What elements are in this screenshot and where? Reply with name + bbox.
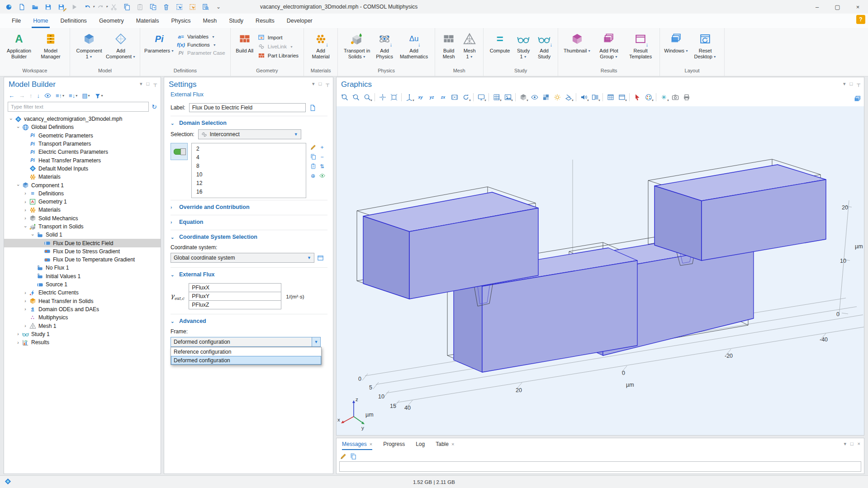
- menu-home[interactable]: Home: [33, 14, 48, 28]
- close-tab-icon[interactable]: ×: [451, 441, 454, 447]
- minimize-button[interactable]: –: [807, 0, 827, 14]
- section-coordinate-system-selection[interactable]: ⌄Coordinate System Selection: [171, 230, 327, 243]
- tree-item-heat-transfer-in-solids[interactable]: ›Heat Transfer in Solids: [4, 297, 161, 305]
- functions-button[interactable]: f(x)Functions▼: [177, 42, 225, 47]
- toolbar-overflow-icon[interactable]: ⌄: [214, 3, 223, 11]
- tree-item-mesh-1[interactable]: ›Mesh 1: [4, 322, 161, 330]
- section-external-flux[interactable]: ⌄External Flux: [171, 267, 327, 281]
- duplicate-icon[interactable]: [149, 3, 157, 11]
- tree-item-default-model-inputs[interactable]: Default Model Inputs: [4, 165, 161, 173]
- tree-item-solid-1[interactable]: ›Solid 1: [4, 231, 161, 239]
- tab-messages[interactable]: Messages×: [342, 438, 372, 450]
- model-manager-button[interactable]: Model Manager: [35, 31, 66, 59]
- clip-plane-icon[interactable]: ▼: [563, 92, 574, 102]
- tree-item-no-flux-1[interactable]: No Flux 1: [4, 264, 161, 272]
- label-input[interactable]: Flux Due to Electric Field: [189, 103, 306, 112]
- tree-item-definitions[interactable]: ›≡Definitions: [4, 190, 161, 198]
- flux-z-input[interactable]: PFluxZ: [189, 300, 281, 309]
- domain-list-item[interactable]: 16: [192, 187, 306, 196]
- frame-option-deformed[interactable]: Deformed configuration: [171, 356, 321, 365]
- save-as-icon[interactable]: [57, 3, 65, 11]
- build-all-button[interactable]: Build All: [234, 31, 255, 54]
- go-to-default-view-icon[interactable]: [377, 92, 388, 102]
- select-box-icon[interactable]: [175, 3, 183, 11]
- create-coordinate-system-icon[interactable]: [317, 255, 324, 261]
- expand-tree-icon[interactable]: ≡↑▾: [56, 92, 64, 99]
- compute-button[interactable]: = Compute: [487, 31, 512, 54]
- close-tab-icon[interactable]: ×: [370, 441, 372, 447]
- tree-item-flux-due-to-stress-gradient[interactable]: Flux Due to Stress Gradient: [4, 247, 161, 256]
- add-material-button[interactable]: ↓ Add Material: [308, 31, 334, 59]
- tree-item-multiphysics[interactable]: ∴Multiphysics: [4, 313, 161, 322]
- selection-visibility-icon[interactable]: [318, 171, 326, 180]
- panel-float-icon[interactable]: □: [850, 81, 853, 87]
- add-mathematics-button[interactable]: Δu↓ Add Mathematics: [397, 31, 431, 59]
- tab-progress[interactable]: Progress: [383, 438, 405, 450]
- frame-option-reference[interactable]: Reference configuration: [171, 347, 321, 356]
- application-builder-button[interactable]: A Application Builder: [4, 31, 34, 59]
- view-yz-icon[interactable]: yz: [427, 92, 437, 102]
- parameters-button[interactable]: Pi Parameters▼: [144, 31, 175, 54]
- thumbnail-button[interactable]: Thumbnail▼: [562, 31, 593, 54]
- graphics-scene[interactable]: 20 10 0 µm -40 -20 0 µm 20 40 0 5 10 15 …: [337, 106, 864, 435]
- create-selection-icon[interactable]: [309, 143, 317, 152]
- print-icon[interactable]: [681, 92, 692, 102]
- tree-item-root[interactable]: ›vacancy_electromigration_3Dmodel.mph: [4, 115, 161, 123]
- part-libraries-button[interactable]: Part Libraries: [257, 52, 299, 59]
- panel-pin-icon[interactable]: ┬: [857, 81, 860, 87]
- run-icon[interactable]: [70, 3, 78, 11]
- section-equation[interactable]: ›Equation: [171, 215, 327, 228]
- paste-icon[interactable]: [136, 3, 144, 11]
- menu-file[interactable]: File: [12, 14, 21, 28]
- coordinate-system-dropdown[interactable]: Global coordinate system ▼: [171, 253, 314, 263]
- panel-float-icon[interactable]: □: [147, 81, 150, 87]
- plot-regenerate-icon[interactable]: ✳▼: [659, 92, 669, 102]
- paste-selection-icon[interactable]: [309, 162, 317, 171]
- flux-x-input[interactable]: PFluxX: [189, 283, 281, 292]
- panel-float-icon[interactable]: □: [319, 81, 322, 87]
- zoom-extents-icon[interactable]: [389, 92, 399, 102]
- transparency-icon[interactable]: [541, 92, 551, 102]
- add-physics-button[interactable]: ↓ Add Physics: [373, 31, 396, 59]
- tree-item-component-1[interactable]: ›Component 1: [4, 181, 161, 189]
- collapse-tree-icon[interactable]: ≡↓▾: [69, 92, 77, 99]
- tree-item-domain-odes-and-daes[interactable]: ›ddtDomain ODEs and DAEs: [4, 305, 161, 313]
- swap-selection-icon[interactable]: ⇅: [318, 162, 326, 171]
- copy-selection-icon[interactable]: [309, 152, 317, 161]
- remove-from-selection-icon[interactable]: −: [318, 152, 326, 161]
- view-menu-icon[interactable]: ▼: [476, 92, 486, 102]
- menu-materials[interactable]: Materials: [136, 14, 159, 28]
- clear-selection-icon[interactable]: [188, 3, 196, 11]
- domain-list-item[interactable]: 2: [192, 144, 306, 153]
- delete-icon[interactable]: [162, 3, 170, 11]
- result-templates-button[interactable]: ↓ Result Templates: [625, 31, 656, 59]
- grid-settings-icon[interactable]: ▼: [491, 92, 502, 102]
- label-options-icon[interactable]: [309, 104, 316, 111]
- scene-appearance-icon[interactable]: ▼: [518, 92, 528, 102]
- panel-float-icon[interactable]: □: [850, 441, 854, 447]
- tree-item-global-definitions[interactable]: ›Global Definitions: [4, 123, 161, 131]
- undo-icon[interactable]: ▾: [83, 3, 91, 11]
- add-plot-group-button[interactable]: Add Plot Group▼: [593, 31, 624, 60]
- section-override-and-contribution[interactable]: ›Override and Contribution: [171, 200, 327, 213]
- domain-list-item[interactable]: 4: [192, 153, 306, 161]
- zoom-in-icon[interactable]: +: [339, 92, 350, 102]
- import-button[interactable]: Import: [257, 34, 299, 41]
- copy-messages-icon[interactable]: [350, 453, 356, 460]
- tree-item-study-1[interactable]: ›Study 1: [4, 330, 161, 338]
- add-component-button[interactable]: Add Component▼: [105, 31, 136, 60]
- redo-icon[interactable]: ▾: [96, 3, 104, 11]
- show-icon[interactable]: [44, 92, 51, 99]
- tree-item-source-1[interactable]: Source 1: [4, 280, 161, 289]
- menu-developer[interactable]: Developer: [287, 14, 313, 28]
- menu-definitions[interactable]: Definitions: [61, 14, 87, 28]
- tree-item-transport-in-solids[interactable]: ›Transport in Solids: [4, 223, 161, 231]
- messages-content[interactable]: [339, 461, 861, 472]
- plot-window-icon[interactable]: [605, 92, 616, 102]
- menu-physics[interactable]: Physics: [171, 14, 190, 28]
- refresh-icon[interactable]: ↻: [152, 103, 157, 110]
- tree-item-flux-due-to-temperature-gradient[interactable]: Flux Due to Temperature Gradient: [4, 256, 161, 264]
- section-advanced[interactable]: ⌄Advanced: [171, 314, 327, 327]
- tree-item-materials[interactable]: ›Materials: [4, 206, 161, 214]
- windows-layout-icon[interactable]: ▼: [617, 92, 627, 102]
